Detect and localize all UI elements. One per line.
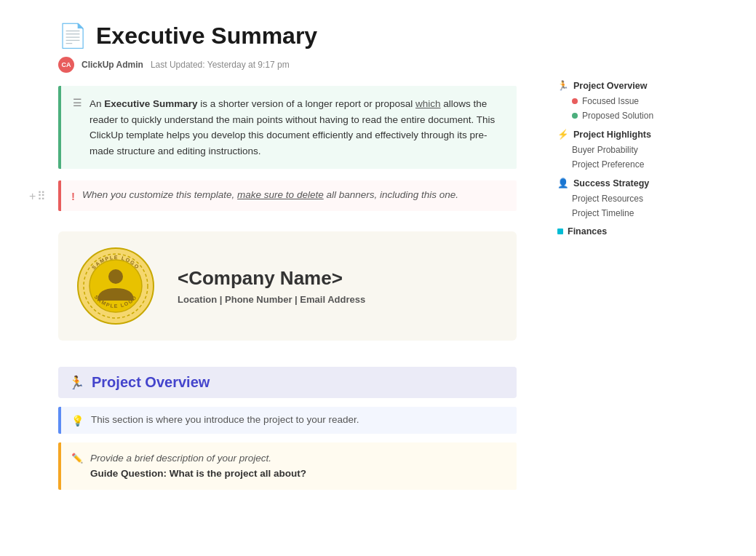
drag-icon[interactable]: ⠿ [37,189,46,203]
page-header: 📄 Executive Summary [58,22,517,49]
page-doc-icon: 📄 [58,22,87,49]
block-controls: + ⠿ [29,189,46,203]
sidebar-item-proposed-solution[interactable]: Proposed Solution [557,108,680,123]
sidebar-item-project-resources[interactable]: Project Resources [557,191,680,206]
last-updated: Last Updated: Yesterday at 9:17 pm [151,60,290,70]
warning-icon: ! [71,190,75,202]
sidebar: 🏃 Project Overview Focused Issue Propose… [546,0,691,556]
sidebar-item-success-strategy[interactable]: 👤 Success Strategy [557,178,680,188]
guide-icon: ✏️ [71,453,83,464]
sidebar-item-project-preference[interactable]: Project Preference [557,157,680,172]
finances-icon [557,229,563,234]
sidebar-item-focused-issue[interactable]: Focused Issue [557,94,680,108]
warning-row: + ⠿ ! When you customize this template, … [58,180,517,211]
sidebar-item-project-timeline[interactable]: Project Timeline [557,206,680,221]
company-card: SAMPLE LOGO SAMPLE LOGO <Company Name> L… [58,231,517,341]
runner-icon: 🏃 [557,80,569,91]
project-overview-header: 🏃 Project Overview [58,367,517,398]
guide-block: ✏️ Provide a brief description of your p… [58,442,517,490]
svg-point-3 [108,269,123,284]
warning-block: ! When you customize this template, make… [58,180,517,211]
info-block-icon: ☰ [73,97,82,108]
person-icon: 👤 [557,178,569,188]
focused-issue-dot [572,98,578,104]
section-title: Project Overview [92,374,210,391]
company-logo: SAMPLE LOGO SAMPLE LOGO [76,246,156,326]
sidebar-item-buyer-probability[interactable]: Buyer Probability [557,143,680,157]
which-link[interactable]: which [415,98,441,109]
section-icon: 🏃 [68,375,84,391]
company-info: <Company Name> Location | Phone Number |… [178,267,365,305]
tip-icon: 💡 [71,415,84,426]
tip-block: 💡 This section is where you introduce th… [58,407,517,434]
proposed-solution-dot [572,113,578,119]
author-name[interactable]: ClickUp Admin [81,60,143,70]
sidebar-item-finances[interactable]: Finances [557,226,680,237]
warning-text: When you customize this template, make s… [82,189,458,200]
guide-text: Provide a brief description of your proj… [90,451,306,481]
company-name[interactable]: <Company Name> [178,267,365,290]
company-details: Location | Phone Number | Email Address [178,294,365,305]
main-content: 📄 Executive Summary CA ClickUp Admin Las… [0,0,546,556]
tip-text: This section is where you introduce the … [91,414,359,425]
delete-link[interactable]: make sure to delete [237,189,324,200]
bolt-icon: ⚡ [557,129,569,140]
plus-icon[interactable]: + [29,190,36,203]
sidebar-item-project-overview[interactable]: 🏃 Project Overview [557,80,680,91]
guide-question: Guide Question: What is the project all … [90,468,306,479]
sidebar-item-project-highlights[interactable]: ⚡ Project Highlights [557,129,680,140]
page-title: Executive Summary [96,23,317,49]
page-layout: 📄 Executive Summary CA ClickUp Admin Las… [0,0,756,556]
executive-summary-bold: Executive Summary [104,98,197,109]
meta-row: CA ClickUp Admin Last Updated: Yesterday… [58,57,517,73]
info-block: ☰ An Executive Summary is a shorter vers… [58,86,517,169]
avatar: CA [58,57,74,73]
info-block-text: An Executive Summary is a shorter versio… [89,96,505,159]
